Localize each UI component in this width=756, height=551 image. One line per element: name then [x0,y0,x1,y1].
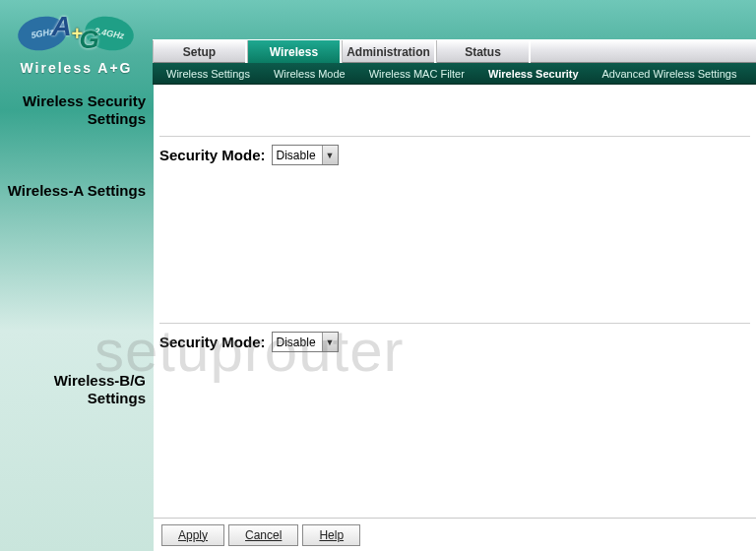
subnav-wireless-settings[interactable]: Wireless Settings [155,68,262,80]
logo: 5GHz 2.4GHz A + G Wireless A+G [0,0,153,85]
chevron-down-icon: ▼ [322,333,338,351]
security-mode-bg-label: Security Mode: [159,334,266,350]
main-navbar: Setup Wireless Administration Status [153,39,756,63]
tab-setup[interactable]: Setup [153,40,247,64]
security-mode-bg-value: Disable [273,336,322,349]
logo-letter-g: G [80,25,99,55]
security-mode-a-select[interactable]: Disable ▼ [272,145,339,165]
brand-text: Wireless A+G [20,60,132,76]
tab-administration[interactable]: Administration [342,40,436,64]
section-wireless-bg-label: Wireless-B/G Settings [0,372,154,407]
subnav-advanced-wireless[interactable]: Advanced Wireless Settings [591,68,749,80]
apply-button[interactable]: Apply [161,524,224,546]
tab-status[interactable]: Status [436,40,531,64]
logo-letter-a: A [52,11,72,42]
security-mode-bg-select[interactable]: Disable ▼ [272,332,339,352]
tab-wireless[interactable]: Wireless [247,40,342,64]
subnav-wireless-security[interactable]: Wireless Security [476,68,591,80]
sub-navbar: Wireless Settings Wireless Mode Wireless… [153,63,756,85]
cancel-button[interactable]: Cancel [228,524,298,546]
subnav-wireless-mode[interactable]: Wireless Mode [262,68,357,80]
subnav-wireless-mac-filter[interactable]: Wireless MAC Filter [357,68,476,80]
security-mode-a-label: Security Mode: [159,147,266,163]
chevron-down-icon: ▼ [322,146,338,164]
security-mode-a-value: Disable [273,149,322,162]
help-button[interactable]: Help [302,524,360,546]
footer-bar: Apply Cancel Help [154,518,756,551]
section-wireless-a-label: Wireless-A Settings [0,182,154,200]
page-title: Wireless Security Settings [0,92,154,128]
